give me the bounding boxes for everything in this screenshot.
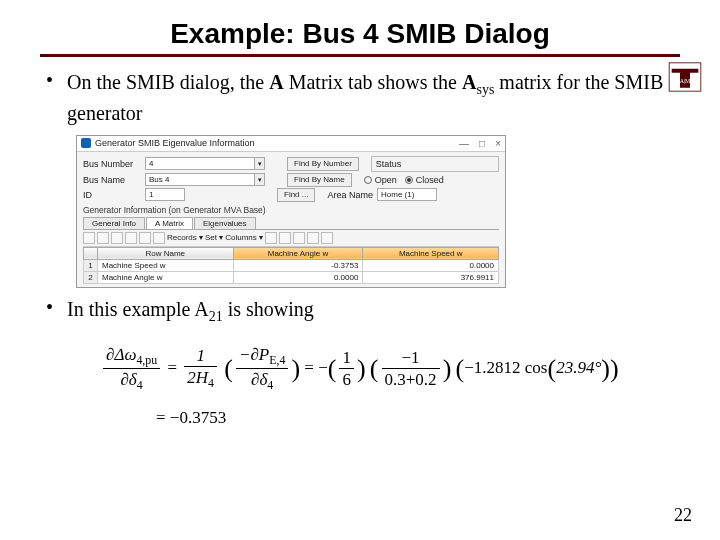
- tamu-logo: A|M: [668, 62, 702, 92]
- grid-toolbar: Records ▾ Set ▾ Columns ▾: [83, 230, 499, 247]
- area-name-label: Area Name: [327, 190, 373, 200]
- bus-number-input[interactable]: 4: [145, 157, 255, 170]
- col-machine-speed[interactable]: Machine Speed w: [363, 247, 499, 259]
- toolbar-icon[interactable]: [279, 232, 291, 244]
- page-number: 22: [674, 505, 692, 526]
- id-label: ID: [83, 190, 145, 200]
- app-icon: [81, 138, 91, 148]
- col-blank[interactable]: [84, 247, 98, 259]
- bus-number-dropdown[interactable]: ▾: [255, 157, 265, 170]
- find-by-number-button[interactable]: Find By Number: [287, 157, 359, 171]
- smib-dialog: Generator SMIB Eigenvalue Information — …: [76, 135, 506, 288]
- col-machine-angle[interactable]: Machine Angle w: [233, 247, 363, 259]
- minimize-button[interactable]: —: [459, 138, 469, 149]
- col-rowname[interactable]: Row Name: [98, 247, 234, 259]
- close-button[interactable]: ×: [495, 138, 501, 149]
- equation: ∂Δω4,pu∂δ4 = 12H4 (−∂PE,4∂δ4) = −(16) (−…: [100, 345, 680, 428]
- toolbar-icon[interactable]: [293, 232, 305, 244]
- tab-eigenvalues[interactable]: Eigenvalues: [194, 217, 256, 229]
- title-rule: [40, 54, 680, 57]
- a-matrix-table: Row Name Machine Angle w Machine Speed w…: [83, 247, 499, 284]
- find-button[interactable]: Find ...: [277, 188, 315, 202]
- tab-a-matrix[interactable]: A Matrix: [146, 217, 193, 229]
- slide-title: Example: Bus 4 SMIB Dialog: [40, 18, 680, 50]
- tab-general-info[interactable]: General Info: [83, 217, 145, 229]
- toolbar-columns[interactable]: Columns ▾: [225, 233, 263, 242]
- table-row[interactable]: 1 Machine Speed w -0.3753 0.0000: [84, 259, 499, 271]
- toolbar-icon[interactable]: [307, 232, 319, 244]
- dialog-title-text: Generator SMIB Eigenvalue Information: [95, 138, 255, 148]
- toolbar-icon[interactable]: [139, 232, 151, 244]
- find-by-name-button[interactable]: Find By Name: [287, 173, 352, 187]
- bullet-1: • On the SMIB dialog, the A Matrix tab s…: [46, 69, 680, 127]
- toolbar-icon[interactable]: [265, 232, 277, 244]
- toolbar-icon[interactable]: [125, 232, 137, 244]
- toolbar-icon[interactable]: [83, 232, 95, 244]
- area-name-input[interactable]: Home (1): [377, 188, 437, 201]
- bullet-2: • In this example A21 is showing: [46, 296, 680, 327]
- status-open-radio[interactable]: Open: [364, 175, 397, 185]
- id-input[interactable]: 1: [145, 188, 185, 201]
- table-row[interactable]: 2 Machine Angle w 0.0000 376.9911: [84, 271, 499, 283]
- gen-info-section-label: Generator Information (on Generator MVA …: [83, 205, 499, 215]
- toolbar-icon[interactable]: [111, 232, 123, 244]
- bus-name-input[interactable]: Bus 4: [145, 173, 255, 186]
- maximize-button[interactable]: □: [479, 138, 485, 149]
- dialog-titlebar: Generator SMIB Eigenvalue Information — …: [77, 136, 505, 152]
- toolbar-icon[interactable]: [97, 232, 109, 244]
- bus-name-label: Bus Name: [83, 175, 145, 185]
- toolbar-icon[interactable]: [321, 232, 333, 244]
- status-closed-radio[interactable]: Closed: [405, 175, 444, 185]
- toolbar-icon[interactable]: [153, 232, 165, 244]
- status-label: Status: [376, 159, 402, 169]
- toolbar-set[interactable]: Set ▾: [205, 233, 223, 242]
- toolbar-records[interactable]: Records ▾: [167, 233, 203, 242]
- equation-result: = −0.3753: [156, 408, 680, 428]
- svg-text:A|M: A|M: [680, 78, 691, 84]
- bus-name-dropdown[interactable]: ▾: [255, 173, 265, 186]
- bus-number-label: Bus Number: [83, 159, 145, 169]
